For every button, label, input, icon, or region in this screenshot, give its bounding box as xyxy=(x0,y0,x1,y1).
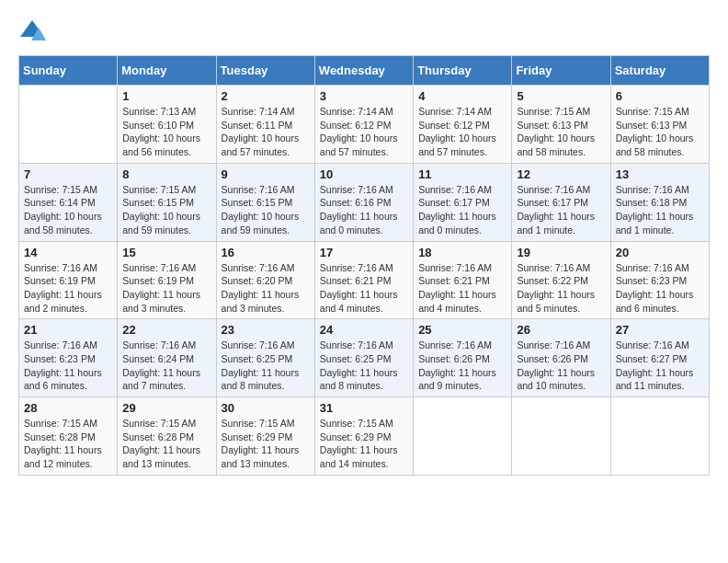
day-number: 17 xyxy=(320,246,408,259)
header-saturday: Saturday xyxy=(610,56,709,86)
page-header xyxy=(18,18,710,46)
calendar-week-5: 28Sunrise: 7:15 AM Sunset: 6:28 PM Dayli… xyxy=(19,397,710,476)
header-thursday: Thursday xyxy=(414,56,512,86)
calendar-cell: 7Sunrise: 7:15 AM Sunset: 6:14 PM Daylig… xyxy=(19,163,118,241)
day-number: 31 xyxy=(320,401,408,415)
calendar-cell xyxy=(512,397,610,476)
day-number: 3 xyxy=(320,89,408,103)
day-number: 15 xyxy=(122,246,210,259)
day-number: 29 xyxy=(122,401,210,415)
calendar-cell: 14Sunrise: 7:16 AM Sunset: 6:19 PM Dayli… xyxy=(19,241,118,319)
day-info: Sunrise: 7:16 AM Sunset: 6:26 PM Dayligh… xyxy=(517,339,605,393)
calendar-cell: 12Sunrise: 7:16 AM Sunset: 6:17 PM Dayli… xyxy=(512,163,610,241)
calendar-cell xyxy=(414,397,512,476)
day-info: Sunrise: 7:16 AM Sunset: 6:27 PM Dayligh… xyxy=(616,339,704,393)
calendar-cell: 21Sunrise: 7:16 AM Sunset: 6:23 PM Dayli… xyxy=(19,319,118,397)
calendar-week-4: 21Sunrise: 7:16 AM Sunset: 6:23 PM Dayli… xyxy=(19,319,710,397)
calendar-cell: 26Sunrise: 7:16 AM Sunset: 6:26 PM Dayli… xyxy=(512,319,610,397)
calendar-cell: 8Sunrise: 7:15 AM Sunset: 6:15 PM Daylig… xyxy=(118,163,216,241)
day-number: 16 xyxy=(222,246,310,259)
day-number: 9 xyxy=(222,167,310,181)
calendar-header-row: SundayMondayTuesdayWednesdayThursdayFrid… xyxy=(19,56,710,86)
day-info: Sunrise: 7:16 AM Sunset: 6:23 PM Dayligh… xyxy=(616,261,704,316)
calendar-cell: 17Sunrise: 7:16 AM Sunset: 6:21 PM Dayli… xyxy=(314,241,413,319)
day-info: Sunrise: 7:14 AM Sunset: 6:11 PM Dayligh… xyxy=(222,105,310,159)
day-number: 8 xyxy=(122,167,210,181)
calendar-cell: 24Sunrise: 7:16 AM Sunset: 6:25 PM Dayli… xyxy=(314,319,413,397)
day-number: 6 xyxy=(616,89,704,103)
header-wednesday: Wednesday xyxy=(314,56,413,86)
calendar-week-2: 7Sunrise: 7:15 AM Sunset: 6:14 PM Daylig… xyxy=(19,163,710,241)
day-number: 30 xyxy=(222,401,310,415)
calendar-cell: 20Sunrise: 7:16 AM Sunset: 6:23 PM Dayli… xyxy=(610,241,709,319)
day-number: 27 xyxy=(616,323,704,337)
day-info: Sunrise: 7:16 AM Sunset: 6:21 PM Dayligh… xyxy=(320,261,408,316)
calendar-cell: 1Sunrise: 7:13 AM Sunset: 6:10 PM Daylig… xyxy=(118,86,216,164)
calendar-cell: 2Sunrise: 7:14 AM Sunset: 6:11 PM Daylig… xyxy=(216,86,314,164)
calendar-week-1: 1Sunrise: 7:13 AM Sunset: 6:10 PM Daylig… xyxy=(19,86,710,164)
day-info: Sunrise: 7:16 AM Sunset: 6:17 PM Dayligh… xyxy=(418,183,506,237)
day-number: 19 xyxy=(517,246,605,259)
day-number: 18 xyxy=(418,246,506,259)
day-number: 12 xyxy=(517,167,605,181)
calendar-cell: 31Sunrise: 7:15 AM Sunset: 6:29 PM Dayli… xyxy=(314,397,413,476)
calendar-cell: 11Sunrise: 7:16 AM Sunset: 6:17 PM Dayli… xyxy=(414,163,512,241)
calendar-cell: 28Sunrise: 7:15 AM Sunset: 6:28 PM Dayli… xyxy=(19,397,118,476)
day-info: Sunrise: 7:16 AM Sunset: 6:19 PM Dayligh… xyxy=(24,261,112,316)
day-info: Sunrise: 7:16 AM Sunset: 6:24 PM Dayligh… xyxy=(122,339,210,393)
logo xyxy=(18,18,50,46)
day-number: 20 xyxy=(616,246,704,259)
header-tuesday: Tuesday xyxy=(216,56,314,86)
calendar-cell: 9Sunrise: 7:16 AM Sunset: 6:15 PM Daylig… xyxy=(216,163,314,241)
day-info: Sunrise: 7:16 AM Sunset: 6:18 PM Dayligh… xyxy=(616,183,704,237)
day-number: 13 xyxy=(616,167,704,181)
day-info: Sunrise: 7:16 AM Sunset: 6:15 PM Dayligh… xyxy=(222,183,310,237)
day-number: 22 xyxy=(122,323,210,337)
day-number: 23 xyxy=(222,323,310,337)
day-number: 1 xyxy=(122,89,210,103)
day-info: Sunrise: 7:15 AM Sunset: 6:29 PM Dayligh… xyxy=(222,417,310,471)
header-friday: Friday xyxy=(512,56,610,86)
day-info: Sunrise: 7:16 AM Sunset: 6:26 PM Dayligh… xyxy=(418,339,506,393)
day-info: Sunrise: 7:16 AM Sunset: 6:25 PM Dayligh… xyxy=(320,339,408,393)
day-number: 26 xyxy=(517,323,605,337)
calendar-cell: 22Sunrise: 7:16 AM Sunset: 6:24 PM Dayli… xyxy=(118,319,216,397)
day-info: Sunrise: 7:15 AM Sunset: 6:13 PM Dayligh… xyxy=(517,105,605,159)
day-number: 14 xyxy=(24,246,112,259)
day-info: Sunrise: 7:16 AM Sunset: 6:21 PM Dayligh… xyxy=(418,261,506,316)
header-monday: Monday xyxy=(118,56,216,86)
calendar-cell xyxy=(19,86,118,164)
header-sunday: Sunday xyxy=(19,56,118,86)
day-number: 7 xyxy=(24,167,112,181)
day-number: 5 xyxy=(517,89,605,103)
day-info: Sunrise: 7:15 AM Sunset: 6:13 PM Dayligh… xyxy=(616,105,704,159)
calendar-table: SundayMondayTuesdayWednesdayThursdayFrid… xyxy=(18,55,710,476)
day-info: Sunrise: 7:14 AM Sunset: 6:12 PM Dayligh… xyxy=(418,105,506,159)
calendar-cell: 3Sunrise: 7:14 AM Sunset: 6:12 PM Daylig… xyxy=(314,86,413,164)
calendar-cell: 29Sunrise: 7:15 AM Sunset: 6:28 PM Dayli… xyxy=(118,397,216,476)
day-info: Sunrise: 7:16 AM Sunset: 6:16 PM Dayligh… xyxy=(320,183,408,237)
day-number: 4 xyxy=(418,89,506,103)
calendar-cell: 6Sunrise: 7:15 AM Sunset: 6:13 PM Daylig… xyxy=(610,86,709,164)
calendar-cell: 15Sunrise: 7:16 AM Sunset: 6:19 PM Dayli… xyxy=(118,241,216,319)
calendar-cell: 18Sunrise: 7:16 AM Sunset: 6:21 PM Dayli… xyxy=(414,241,512,319)
day-info: Sunrise: 7:16 AM Sunset: 6:19 PM Dayligh… xyxy=(122,261,210,316)
calendar-cell xyxy=(610,397,709,476)
day-number: 28 xyxy=(24,401,112,415)
day-info: Sunrise: 7:13 AM Sunset: 6:10 PM Dayligh… xyxy=(122,105,210,159)
calendar-cell: 27Sunrise: 7:16 AM Sunset: 6:27 PM Dayli… xyxy=(610,319,709,397)
day-number: 11 xyxy=(418,167,506,181)
day-info: Sunrise: 7:16 AM Sunset: 6:20 PM Dayligh… xyxy=(222,261,310,316)
calendar-cell: 30Sunrise: 7:15 AM Sunset: 6:29 PM Dayli… xyxy=(216,397,314,476)
day-info: Sunrise: 7:15 AM Sunset: 6:28 PM Dayligh… xyxy=(122,417,210,471)
calendar-cell: 16Sunrise: 7:16 AM Sunset: 6:20 PM Dayli… xyxy=(216,241,314,319)
day-info: Sunrise: 7:15 AM Sunset: 6:29 PM Dayligh… xyxy=(320,417,408,471)
day-number: 21 xyxy=(24,323,112,337)
day-info: Sunrise: 7:16 AM Sunset: 6:22 PM Dayligh… xyxy=(517,261,605,316)
calendar-cell: 5Sunrise: 7:15 AM Sunset: 6:13 PM Daylig… xyxy=(512,86,610,164)
day-info: Sunrise: 7:16 AM Sunset: 6:25 PM Dayligh… xyxy=(222,339,310,393)
day-info: Sunrise: 7:16 AM Sunset: 6:23 PM Dayligh… xyxy=(24,339,112,393)
calendar-cell: 10Sunrise: 7:16 AM Sunset: 6:16 PM Dayli… xyxy=(314,163,413,241)
calendar-cell: 4Sunrise: 7:14 AM Sunset: 6:12 PM Daylig… xyxy=(414,86,512,164)
day-info: Sunrise: 7:14 AM Sunset: 6:12 PM Dayligh… xyxy=(320,105,408,159)
